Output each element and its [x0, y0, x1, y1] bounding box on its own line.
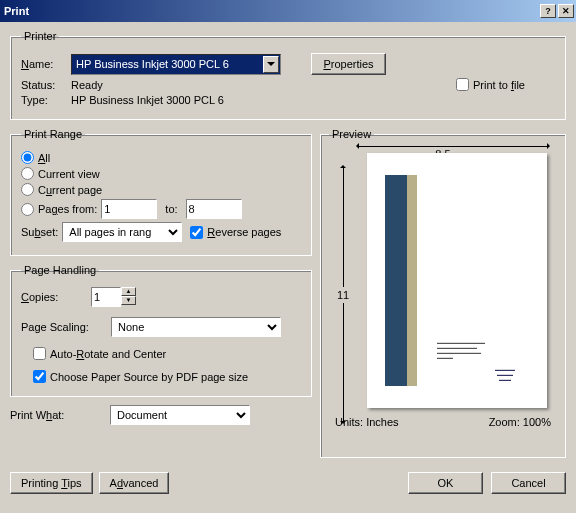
range-currentpage-label: Current page — [38, 184, 102, 196]
chevron-down-icon — [263, 56, 279, 73]
reverse-label: Reverse pages — [207, 226, 281, 238]
printer-legend: Printer — [21, 30, 59, 42]
ok-button[interactable]: OK — [408, 472, 483, 494]
properties-button[interactable]: Properties — [311, 53, 386, 75]
pages-to-input[interactable] — [186, 199, 242, 219]
to-label: to: — [165, 203, 177, 215]
choose-paper-label: Choose Paper Source by PDF page size — [50, 371, 248, 383]
copies-up[interactable]: ▲ — [121, 287, 136, 296]
advanced-button[interactable]: Advanced — [99, 472, 170, 494]
scaling-label: Page Scaling: — [21, 321, 111, 333]
printer-group: Printer Name: HP Business Inkjet 3000 PC… — [10, 30, 566, 120]
range-currentview-label: Current view — [38, 168, 100, 180]
auto-rotate-checkbox[interactable] — [33, 347, 46, 360]
subset-select[interactable]: All pages in range — [62, 222, 182, 242]
copies-label: Copies: — [21, 291, 91, 303]
range-legend: Print Range — [21, 128, 85, 140]
page-handling-group: Page Handling Copies: ▲ ▼ Page Scaling: … — [10, 264, 312, 397]
subset-label: Subset: — [21, 226, 58, 238]
type-value: HP Business Inkjet 3000 PCL 6 — [71, 94, 224, 106]
preview-legend: Preview — [329, 128, 374, 140]
auto-rotate-label: Auto-Rotate and Center — [50, 348, 166, 360]
close-button[interactable]: ✕ — [558, 4, 574, 18]
name-label: Name: — [21, 58, 71, 70]
printer-name-value: HP Business Inkjet 3000 PCL 6 — [76, 58, 229, 70]
page-preview: ▬▬▬▬▬▬▬▬▬▬▬▬▬▬▬▬▬▬▬▬▬▬▬▬▬▬▬▬▬▬▬▬▬▬▬▬▬ ▬▬… — [367, 153, 547, 408]
preview-zoom: Zoom: 100% — [489, 416, 551, 428]
print-range-group: Print Range All Current view Current pag… — [10, 128, 312, 256]
copies-input[interactable] — [91, 287, 121, 307]
print-what-label: Print What: — [10, 409, 110, 421]
handling-legend: Page Handling — [21, 264, 99, 276]
range-all-radio[interactable] — [21, 151, 34, 164]
copies-down[interactable]: ▼ — [121, 296, 136, 305]
window-title: Print — [4, 5, 538, 17]
range-currentpage-radio[interactable] — [21, 183, 34, 196]
printing-tips-button[interactable]: Printing Tips — [10, 472, 93, 494]
preview-height: 11 — [337, 287, 349, 303]
print-to-file-label: Print to file — [473, 79, 525, 91]
titlebar: Print ? ✕ — [0, 0, 576, 22]
reverse-checkbox[interactable] — [190, 226, 203, 239]
range-currentview-radio[interactable] — [21, 167, 34, 180]
choose-paper-checkbox[interactable] — [33, 370, 46, 383]
print-to-file-checkbox[interactable] — [456, 78, 469, 91]
status-label: Status: — [21, 79, 71, 91]
help-button[interactable]: ? — [540, 4, 556, 18]
preview-group: Preview 8.5 11 ▬▬▬▬▬▬▬▬▬▬▬▬▬▬▬▬▬▬▬▬▬▬▬▬▬… — [320, 128, 566, 458]
range-all-label: All — [38, 152, 50, 164]
type-label: Type: — [21, 94, 71, 106]
status-value: Ready — [71, 79, 456, 91]
range-pages-label: Pages from: — [38, 203, 97, 215]
cancel-button[interactable]: Cancel — [491, 472, 566, 494]
pages-from-input[interactable] — [101, 199, 157, 219]
range-pages-radio[interactable] — [21, 203, 34, 216]
scaling-select[interactable]: None — [111, 317, 281, 337]
print-what-select[interactable]: Document — [110, 405, 250, 425]
printer-name-select[interactable]: HP Business Inkjet 3000 PCL 6 — [71, 54, 281, 75]
